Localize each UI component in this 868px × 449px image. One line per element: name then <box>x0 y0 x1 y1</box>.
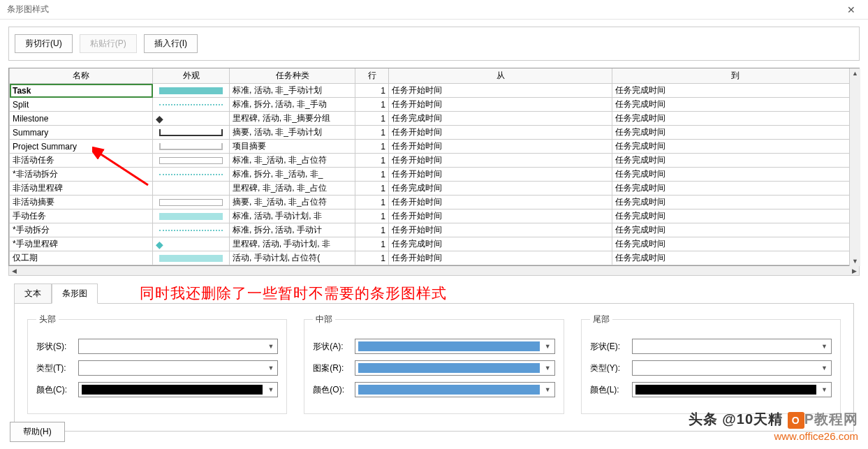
cell-name[interactable]: Summary <box>10 126 153 140</box>
insert-row-button[interactable]: 插入行(I) <box>144 34 198 53</box>
color-l-select[interactable]: ▼ <box>632 382 832 397</box>
cell-appearance[interactable] <box>153 223 230 237</box>
cell-from[interactable]: 任务完成时间 <box>389 182 612 196</box>
help-button[interactable]: 帮助(H) <box>10 422 65 442</box>
cell-row[interactable]: 1 <box>355 112 389 126</box>
cell-tasktype[interactable]: 项目摘要 <box>230 140 355 154</box>
shape-e-select[interactable]: ▼ <box>632 339 832 354</box>
cell-name[interactable]: *手动里程碑 <box>10 237 153 251</box>
cell-row[interactable]: 1 <box>355 84 389 98</box>
cell-to[interactable]: 任务完成时间 <box>612 98 859 112</box>
cell-row[interactable]: 1 <box>355 251 389 265</box>
cell-name[interactable]: 手动任务 <box>10 209 153 223</box>
cell-name[interactable]: Milestone <box>10 112 153 126</box>
cell-to[interactable]: 任务完成时间 <box>612 84 859 98</box>
shape-a-select[interactable]: ▼ <box>355 339 554 354</box>
cell-to[interactable]: 任务完成时间 <box>612 223 859 237</box>
cell-tasktype[interactable]: 摘要, 非_活动, 非_占位符 <box>230 196 355 209</box>
scroll-left-icon[interactable]: ◀ <box>9 266 19 276</box>
cell-to[interactable]: 任务完成时间 <box>612 140 859 154</box>
close-icon[interactable]: ✕ <box>841 3 861 17</box>
cell-from[interactable]: 任务开始时间 <box>389 196 612 209</box>
cell-to[interactable]: 任务完成时间 <box>612 209 859 223</box>
cell-tasktype[interactable]: 里程碑, 非_活动, 非_占位 <box>230 182 355 196</box>
cell-from[interactable]: 任务完成时间 <box>389 237 612 251</box>
cell-appearance[interactable] <box>153 196 230 209</box>
table-row[interactable]: 仅工期活动, 手动计划, 占位符(1任务开始时间任务完成时间 <box>10 251 859 265</box>
cell-appearance[interactable] <box>153 251 230 265</box>
table-row[interactable]: 非活动任务标准, 非_活动, 非_占位符1任务开始时间任务完成时间 <box>10 154 859 168</box>
cell-name[interactable]: 非活动任务 <box>10 154 153 168</box>
cell-from[interactable]: 任务开始时间 <box>389 98 612 112</box>
cell-tasktype[interactable]: 摘要, 活动, 非_手动计划 <box>230 126 355 140</box>
cell-name[interactable]: *手动拆分 <box>10 223 153 237</box>
cell-tasktype[interactable]: 标准, 非_活动, 非_占位符 <box>230 154 355 168</box>
cell-row[interactable]: 1 <box>355 140 389 154</box>
cell-tasktype[interactable]: 里程碑, 活动, 非_摘要分组 <box>230 112 355 126</box>
cell-to[interactable]: 任务完成时间 <box>612 126 859 140</box>
col-appearance[interactable]: 外观 <box>153 68 230 84</box>
cell-to[interactable]: 任务完成时间 <box>612 112 859 126</box>
color-o-select[interactable]: ▼ <box>355 382 554 397</box>
cell-tasktype[interactable]: 里程碑, 活动, 手动计划, 非 <box>230 237 355 251</box>
cell-row[interactable]: 1 <box>355 168 389 182</box>
cut-row-button[interactable]: 剪切行(U) <box>15 34 73 53</box>
cell-from[interactable]: 任务开始时间 <box>389 84 612 98</box>
col-to[interactable]: 到 <box>612 68 859 84</box>
tab-bar[interactable]: 条形图 <box>52 284 98 304</box>
table-row[interactable]: 非活动里程碑里程碑, 非_活动, 非_占位1任务完成时间任务完成时间 <box>10 182 859 196</box>
horizontal-scrollbar[interactable]: ◀ ▶ <box>8 266 860 276</box>
cell-tasktype[interactable]: 标准, 活动, 手动计划, 非 <box>230 209 355 223</box>
cell-to[interactable]: 任务完成时间 <box>612 251 859 265</box>
pattern-r-select[interactable]: ▼ <box>355 360 554 376</box>
table-row[interactable]: Task标准, 活动, 非_手动计划1任务开始时间任务完成时间 <box>10 84 859 98</box>
cell-appearance[interactable] <box>153 168 230 182</box>
cell-name[interactable]: Split <box>10 98 153 112</box>
cell-to[interactable]: 任务完成时间 <box>612 154 859 168</box>
cell-row[interactable]: 1 <box>355 126 389 140</box>
cell-from[interactable]: 任务开始时间 <box>389 168 612 182</box>
cell-name[interactable]: 非活动里程碑 <box>10 182 153 196</box>
table-row[interactable]: Summary摘要, 活动, 非_手动计划1任务开始时间任务完成时间 <box>10 126 859 140</box>
cell-name[interactable]: Project Summary <box>10 140 153 154</box>
col-from[interactable]: 从 <box>389 68 612 84</box>
scroll-up-icon[interactable]: ▲ <box>850 68 860 78</box>
styles-table[interactable]: 名称 外观 任务种类 行 从 到 Task标准, 活动, 非_手动计划1任务开始… <box>8 68 860 266</box>
table-row[interactable]: 非活动摘要摘要, 非_活动, 非_占位符1任务开始时间任务完成时间 <box>10 196 859 209</box>
cell-appearance[interactable] <box>153 154 230 168</box>
cell-appearance[interactable] <box>153 98 230 112</box>
cell-row[interactable]: 1 <box>355 237 389 251</box>
shape-s-select[interactable]: ▼ <box>78 339 278 354</box>
cell-from[interactable]: 任务开始时间 <box>389 140 612 154</box>
cell-from[interactable]: 任务开始时间 <box>389 223 612 237</box>
cell-row[interactable]: 1 <box>355 154 389 168</box>
vertical-scrollbar[interactable]: ▲ ▼ <box>849 68 860 266</box>
cell-to[interactable]: 任务完成时间 <box>612 182 859 196</box>
cell-from[interactable]: 任务开始时间 <box>389 154 612 168</box>
tab-text[interactable]: 文本 <box>14 284 52 304</box>
cell-tasktype[interactable]: 标准, 拆分, 活动, 手动计 <box>230 223 355 237</box>
cell-to[interactable]: 任务完成时间 <box>612 237 859 251</box>
cell-row[interactable]: 1 <box>355 98 389 112</box>
table-row[interactable]: *手动拆分标准, 拆分, 活动, 手动计1任务开始时间任务完成时间 <box>10 223 859 237</box>
cell-name[interactable]: 仅工期 <box>10 251 153 265</box>
cell-appearance[interactable] <box>153 209 230 223</box>
table-row[interactable]: 手动任务标准, 活动, 手动计划, 非1任务开始时间任务完成时间 <box>10 209 859 223</box>
cell-appearance[interactable] <box>153 84 230 98</box>
cell-row[interactable]: 1 <box>355 182 389 196</box>
cell-from[interactable]: 任务完成时间 <box>389 112 612 126</box>
cell-to[interactable]: 任务完成时间 <box>612 196 859 209</box>
cell-tasktype[interactable]: 标准, 拆分, 活动, 非_手动 <box>230 98 355 112</box>
cell-row[interactable]: 1 <box>355 209 389 223</box>
cell-appearance[interactable] <box>153 140 230 154</box>
cell-from[interactable]: 任务开始时间 <box>389 251 612 265</box>
scroll-down-icon[interactable]: ▼ <box>850 256 860 266</box>
cell-from[interactable]: 任务开始时间 <box>389 126 612 140</box>
table-row[interactable]: Project Summary项目摘要1任务开始时间任务完成时间 <box>10 140 859 154</box>
cell-tasktype[interactable]: 标准, 活动, 非_手动计划 <box>230 84 355 98</box>
col-tasktype[interactable]: 任务种类 <box>230 68 355 84</box>
type-y-select[interactable]: ▼ <box>632 360 832 376</box>
cell-tasktype[interactable]: 标准, 拆分, 非_活动, 非_ <box>230 168 355 182</box>
cell-tasktype[interactable]: 活动, 手动计划, 占位符( <box>230 251 355 265</box>
cell-name[interactable]: 非活动摘要 <box>10 196 153 209</box>
